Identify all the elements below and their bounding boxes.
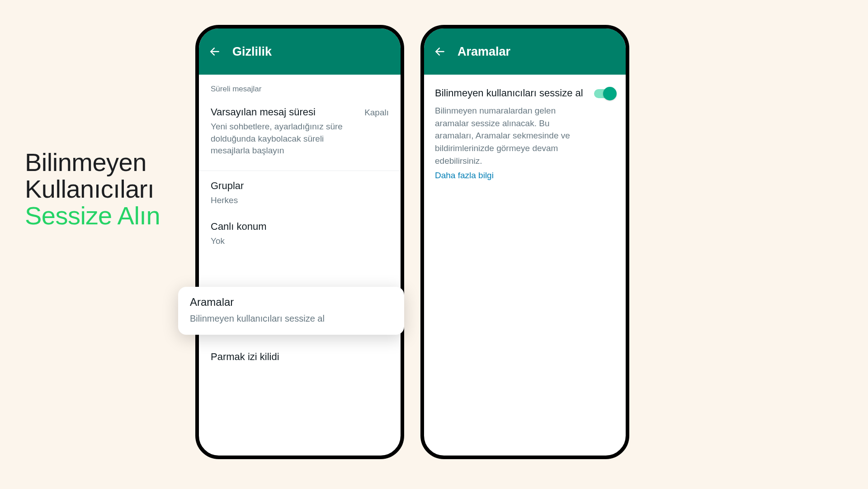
back-arrow-icon[interactable] (209, 46, 221, 57)
toggle-description: Bilinmeyen numaralardan gelen aramalar s… (435, 104, 589, 167)
appbar-title-privacy: Gizlilik (232, 45, 272, 59)
item-title-live-location: Canlı konum (211, 221, 389, 233)
learn-more-link[interactable]: Daha fazla bilgi (435, 171, 494, 180)
item-sub-live-location: Yok (211, 235, 351, 247)
item-live-location[interactable]: Canlı konum Yok (199, 214, 401, 256)
appbar-calls: Aramalar (424, 28, 626, 75)
item-default-timer[interactable]: Varsayılan mesaj süresi Kapalı Yeni sohb… (199, 100, 401, 165)
item-title-groups: Gruplar (211, 180, 389, 192)
hero-heading: Bilinmeyen Kullanıcıları Sessize Alın (25, 149, 160, 229)
item-title-fingerprint: Parmak izi kilidi (211, 351, 389, 363)
toggle-label-silence-unknown: Bilinmeyen kullanıcıları sessize al (435, 87, 583, 99)
hero-line-1: Bilinmeyen (25, 149, 160, 176)
hero-line-2: Kullanıcıları (25, 176, 160, 203)
item-sub-groups: Herkes (211, 195, 351, 207)
toggle-silence-unknown[interactable] (594, 89, 615, 98)
item-title-default-timer: Varsayılan mesaj süresi (211, 106, 316, 118)
section-label-disappearing: Süreli mesajlar (199, 75, 401, 100)
item-fingerprint[interactable]: Parmak izi kilidi (199, 345, 401, 371)
item-value-default-timer: Kapalı (364, 108, 389, 118)
item-calls-popout[interactable]: Aramalar Bilinmeyen kullanıcıları sessiz… (178, 287, 404, 335)
switch-thumb (603, 87, 617, 100)
item-sub-calls: Bilinmeyen kullanıcıları sessize al (190, 312, 392, 325)
hero-line-3: Sessize Alın (25, 203, 160, 229)
item-sub-default-timer: Yeni sohbetlere, ayarladığınız süre dold… (211, 121, 351, 157)
appbar-privacy: Gizlilik (199, 28, 401, 75)
divider (199, 171, 401, 171)
back-arrow-icon[interactable] (434, 46, 446, 57)
item-title-calls: Aramalar (190, 296, 392, 309)
item-groups[interactable]: Gruplar Herkes (199, 174, 401, 215)
phone-privacy: Gizlilik Süreli mesajlar Varsayılan mesa… (195, 25, 404, 459)
phone-calls: Aramalar Bilinmeyen kullanıcıları sessiz… (420, 25, 629, 459)
appbar-title-calls: Aramalar (458, 45, 510, 59)
